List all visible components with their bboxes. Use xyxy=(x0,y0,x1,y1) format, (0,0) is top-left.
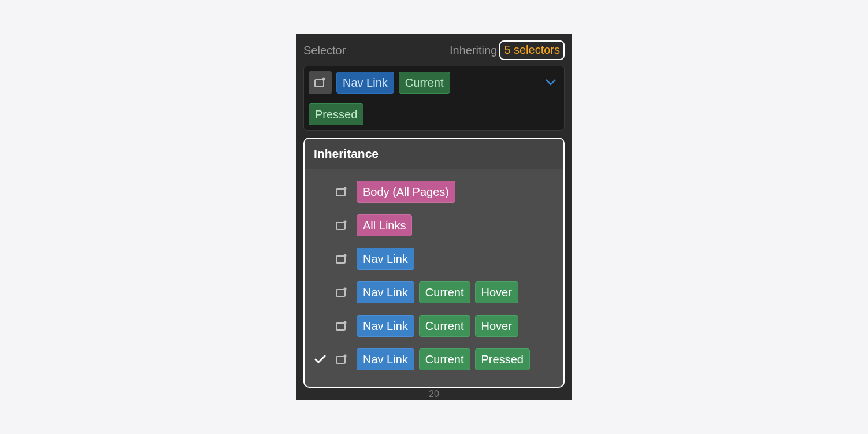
tags-slot: All Links xyxy=(357,214,412,236)
svg-point-1 xyxy=(322,78,325,81)
selector-header-row: Selector Inheriting 5 selectors xyxy=(303,40,565,66)
spacing-value: 20 xyxy=(303,387,565,400)
element-icon-slot xyxy=(335,321,348,331)
inheritance-list: Body (All Pages)All LinksNav LinkNav Lin… xyxy=(305,169,563,387)
element-icon xyxy=(336,254,347,264)
inheritance-row[interactable]: Nav LinkCurrentHover xyxy=(305,276,563,309)
element-icon xyxy=(336,321,347,331)
inheritance-title: Inheritance xyxy=(305,139,563,169)
inheritance-row[interactable]: Body (All Pages) xyxy=(305,175,563,209)
svg-point-7 xyxy=(344,254,347,257)
svg-rect-8 xyxy=(336,290,345,296)
svg-rect-0 xyxy=(315,80,324,87)
inheritance-row[interactable]: Nav Link xyxy=(305,242,563,276)
svg-point-11 xyxy=(344,321,347,324)
check-icon xyxy=(314,355,326,364)
inheritance-row[interactable]: All Links xyxy=(305,209,563,242)
element-icon-slot xyxy=(335,187,348,197)
svg-rect-10 xyxy=(336,323,345,330)
tags-slot: Nav LinkCurrentHover xyxy=(357,315,518,337)
inheriting-label: Inheriting xyxy=(450,44,497,57)
style-panel: Selector Inheriting 5 selectors Nav Link… xyxy=(296,34,572,400)
green-tag[interactable]: Pressed xyxy=(475,348,530,370)
dropdown-caret-icon[interactable] xyxy=(546,78,556,88)
pink-tag[interactable]: Body (All Pages) xyxy=(357,181,455,203)
tags-slot: Nav Link xyxy=(357,248,414,270)
element-icon-slot xyxy=(335,354,348,365)
svg-rect-4 xyxy=(336,222,345,229)
selector-input[interactable]: Nav Link Current Pressed xyxy=(303,66,565,131)
class-tag-navlink[interactable]: Nav Link xyxy=(336,72,394,94)
element-icon xyxy=(336,354,347,365)
selectors-count-badge[interactable]: 5 selectors xyxy=(499,40,565,60)
green-tag[interactable]: Hover xyxy=(475,315,518,337)
inheritance-popover: Inheritance Body (All Pages)All LinksNav… xyxy=(303,138,565,388)
svg-rect-12 xyxy=(336,357,345,363)
green-tag[interactable]: Current xyxy=(419,281,470,303)
check-slot xyxy=(314,355,327,364)
svg-point-3 xyxy=(344,187,347,190)
blue-tag[interactable]: Nav Link xyxy=(357,315,414,337)
blue-tag[interactable]: Nav Link xyxy=(357,348,414,370)
element-icon-slot xyxy=(335,220,348,231)
element-icon xyxy=(314,77,326,88)
tags-slot: Nav LinkCurrentHover xyxy=(357,281,518,303)
green-tag[interactable]: Current xyxy=(419,348,470,370)
state-tag-current[interactable]: Current xyxy=(399,72,450,94)
selector-label: Selector xyxy=(303,44,346,57)
svg-rect-2 xyxy=(336,189,345,196)
inheritance-row[interactable]: Nav LinkCurrentPressed xyxy=(305,343,563,376)
element-icon xyxy=(336,220,347,231)
inheriting-group[interactable]: Inheriting 5 selectors xyxy=(450,40,565,60)
tags-slot: Nav LinkCurrentPressed xyxy=(357,348,530,370)
element-icon xyxy=(336,287,347,298)
element-icon-slot xyxy=(335,254,348,264)
element-icon-slot xyxy=(335,287,348,298)
svg-rect-6 xyxy=(336,256,345,263)
blue-tag[interactable]: Nav Link xyxy=(357,281,414,303)
svg-point-9 xyxy=(344,288,347,291)
green-tag[interactable]: Current xyxy=(419,315,470,337)
tags-slot: Body (All Pages) xyxy=(357,181,455,203)
pink-tag[interactable]: All Links xyxy=(357,214,412,236)
inheritance-row[interactable]: Nav LinkCurrentHover xyxy=(305,309,563,343)
svg-point-13 xyxy=(344,355,347,358)
green-tag[interactable]: Hover xyxy=(475,281,518,303)
element-type-button[interactable] xyxy=(309,71,332,94)
blue-tag[interactable]: Nav Link xyxy=(357,248,414,270)
state-tag-pressed[interactable]: Pressed xyxy=(309,103,363,125)
element-icon xyxy=(336,187,347,197)
svg-point-5 xyxy=(344,221,347,224)
